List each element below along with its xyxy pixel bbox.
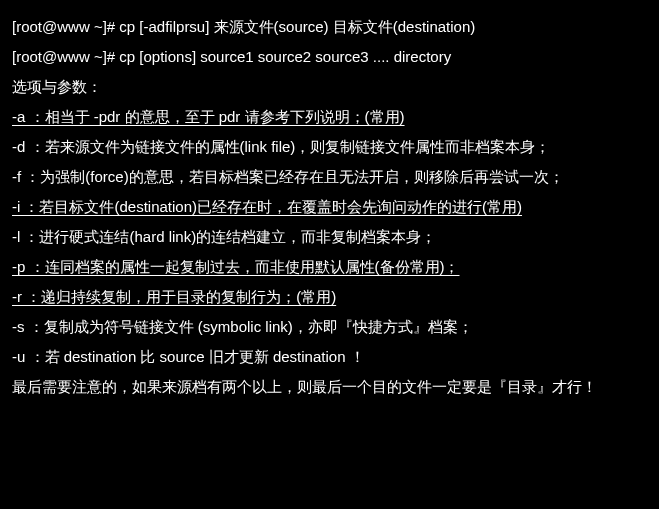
option-p-text: -p ：连同档案的属性一起复制过去，而非使用默认属性(备份常用)； xyxy=(12,258,460,275)
option-a: -a ：相当于 -pdr 的意思，至于 pdr 请参考下列说明；(常用) xyxy=(12,102,623,132)
option-r-text: -r ：递归持续复制，用于目录的复制行为；(常用) xyxy=(12,288,336,305)
option-r: -r ：递归持续复制，用于目录的复制行为；(常用) xyxy=(12,282,623,312)
option-s: -s ：复制成为符号链接文件 (symbolic link)，亦即『快捷方式』档… xyxy=(12,312,623,342)
option-i: -i ：若目标文件(destination)已经存在时，在覆盖时会先询问动作的进… xyxy=(12,192,623,222)
option-a-text: -a ：相当于 -pdr 的意思，至于 pdr 请参考下列说明；(常用) xyxy=(12,108,405,125)
option-p: -p ：连同档案的属性一起复制过去，而非使用默认属性(备份常用)； xyxy=(12,252,623,282)
option-l: -l ：进行硬式连结(hard link)的连结档建立，而非复制档案本身； xyxy=(12,222,623,252)
option-i-text: -i ：若目标文件(destination)已经存在时，在覆盖时会先询问动作的进… xyxy=(12,198,522,215)
option-u: -u ：若 destination 比 source 旧才更新 destinat… xyxy=(12,342,623,372)
syntax-line-1: [root@www ~]# cp [-adfilprsu] 来源文件(sourc… xyxy=(12,12,623,42)
syntax-line-2: [root@www ~]# cp [options] source1 sourc… xyxy=(12,42,623,72)
option-d: -d ：若来源文件为链接文件的属性(link file)，则复制链接文件属性而非… xyxy=(12,132,623,162)
option-f: -f ：为强制(force)的意思，若目标档案已经存在且无法开启，则移除后再尝试… xyxy=(12,162,623,192)
footer-note: 最后需要注意的，如果来源档有两个以上，则最后一个目的文件一定要是『目录』才行！ xyxy=(12,372,623,402)
options-heading: 选项与参数： xyxy=(12,72,623,102)
